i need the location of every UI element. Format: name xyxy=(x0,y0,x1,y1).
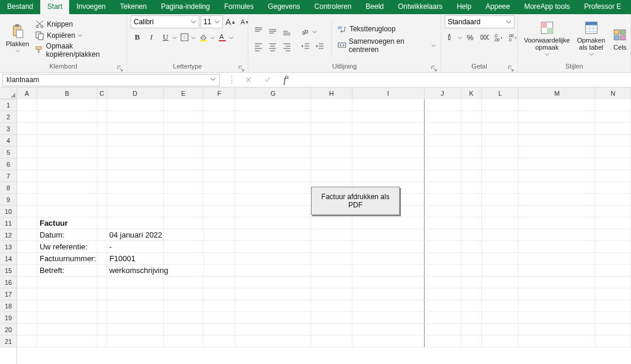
tab-start[interactable]: Start xyxy=(40,0,69,14)
cell-J15[interactable] xyxy=(425,265,461,277)
cell-I19[interactable] xyxy=(352,312,425,324)
cell-K3[interactable] xyxy=(461,123,483,135)
cell-K4[interactable] xyxy=(461,135,483,147)
cell-E11[interactable] xyxy=(164,217,204,229)
align-left-button[interactable] xyxy=(252,40,265,53)
cell-H7[interactable] xyxy=(311,170,352,182)
cell-B6[interactable] xyxy=(37,158,98,170)
paste-button[interactable]: Plakken xyxy=(4,22,31,56)
row-header-8[interactable]: 8 xyxy=(0,182,17,194)
row-header-14[interactable]: 14 xyxy=(0,253,17,265)
cell-K19[interactable] xyxy=(461,312,483,324)
cell-M20[interactable] xyxy=(519,324,596,336)
row-header-12[interactable]: 12 xyxy=(0,229,17,241)
cell-M8[interactable] xyxy=(519,182,596,194)
row-header-11[interactable]: 11 xyxy=(0,217,17,229)
cell-A21[interactable] xyxy=(17,336,37,347)
cell-D4[interactable] xyxy=(107,135,164,147)
cell-M10[interactable] xyxy=(519,206,596,217)
cell-H20[interactable] xyxy=(311,324,352,336)
select-all-corner[interactable] xyxy=(0,87,17,99)
chevron-down-icon[interactable] xyxy=(191,32,196,43)
cell-J19[interactable] xyxy=(425,312,461,324)
cell-F3[interactable] xyxy=(203,123,235,135)
cell-H13[interactable] xyxy=(311,241,352,253)
cell-G18[interactable] xyxy=(235,300,311,312)
cell-M12[interactable] xyxy=(519,229,596,241)
cell-L18[interactable] xyxy=(482,300,519,312)
cell-C12[interactable] xyxy=(98,229,107,241)
cell-C14[interactable] xyxy=(98,253,107,265)
cell-M4[interactable] xyxy=(519,135,596,147)
cell-G6[interactable] xyxy=(235,158,311,170)
cell-B16[interactable] xyxy=(37,277,98,288)
cell-G20[interactable] xyxy=(235,324,311,336)
cell-L7[interactable] xyxy=(482,170,519,182)
cell-C9[interactable] xyxy=(98,194,107,206)
cell-B19[interactable] xyxy=(37,312,98,324)
cell-H2[interactable] xyxy=(311,111,352,123)
cell-F18[interactable] xyxy=(203,300,235,312)
column-header-A[interactable]: A xyxy=(17,87,37,99)
cell-A9[interactable] xyxy=(17,194,37,206)
cell-D19[interactable] xyxy=(107,312,164,324)
column-header-D[interactable]: D xyxy=(107,87,164,99)
cell-A6[interactable] xyxy=(17,158,37,170)
column-header-J[interactable]: J xyxy=(425,87,461,99)
cell-E14[interactable] xyxy=(164,253,204,265)
cell-E18[interactable] xyxy=(164,300,204,312)
cell-M16[interactable] xyxy=(519,277,596,288)
name-box[interactable]: klantnaam xyxy=(2,74,220,86)
cell-H12[interactable] xyxy=(311,229,352,241)
decrease-decimal-button[interactable]: .00.0 xyxy=(506,31,519,44)
cell-M15[interactable] xyxy=(519,265,596,277)
cell-K16[interactable] xyxy=(461,277,483,288)
cell-H4[interactable] xyxy=(311,135,352,147)
cell-G21[interactable] xyxy=(235,336,311,347)
cell-G9[interactable] xyxy=(235,194,311,206)
cell-D15[interactable]: werkomschrijving xyxy=(107,265,164,277)
cell-I18[interactable] xyxy=(352,300,425,312)
cell-M11[interactable] xyxy=(519,217,596,229)
cell-F11[interactable] xyxy=(203,217,235,229)
format-as-table-button[interactable]: Opmaken als tabel xyxy=(575,19,608,59)
bold-button[interactable]: B xyxy=(131,31,144,44)
cell-G3[interactable] xyxy=(235,123,311,135)
chevron-down-icon[interactable] xyxy=(210,76,216,84)
cell-styles-button[interactable]: Cels xyxy=(610,26,630,52)
cell-N3[interactable] xyxy=(596,123,631,135)
row-header-21[interactable]: 21 xyxy=(0,336,17,347)
column-header-G[interactable]: G xyxy=(235,87,311,99)
cell-J5[interactable] xyxy=(425,147,461,158)
cell-M13[interactable] xyxy=(519,241,596,253)
dialog-launcher-icon[interactable] xyxy=(238,66,244,72)
cell-L12[interactable] xyxy=(483,229,519,241)
wrap-text-button[interactable]: ab Tekstterugloop xyxy=(336,24,437,34)
cell-K18[interactable] xyxy=(461,300,483,312)
cell-E20[interactable] xyxy=(164,324,204,336)
font-size-combo[interactable]: 11 xyxy=(200,15,223,28)
tab-beeld[interactable]: Beeld xyxy=(358,0,391,14)
column-header-F[interactable]: F xyxy=(203,87,235,99)
cell-B14[interactable]: Factuurnummer: xyxy=(37,253,98,265)
underline-button[interactable]: U xyxy=(159,31,172,44)
cell-F21[interactable] xyxy=(203,336,235,347)
row-header-5[interactable]: 5 xyxy=(0,147,17,158)
cell-H3[interactable] xyxy=(311,123,352,135)
cell-D9[interactable] xyxy=(107,194,164,206)
cell-G1[interactable] xyxy=(235,99,311,111)
cell-N17[interactable] xyxy=(596,288,631,300)
cell-J16[interactable] xyxy=(425,277,461,288)
format-painter-button[interactable]: Opmaak kopiëren/plakken xyxy=(34,41,123,59)
cell-A8[interactable] xyxy=(17,182,37,194)
cell-A19[interactable] xyxy=(17,312,37,324)
cell-N1[interactable] xyxy=(596,99,631,111)
cell-B17[interactable] xyxy=(37,288,98,300)
cell-L2[interactable] xyxy=(482,111,519,123)
merge-center-button[interactable]: Samenvoegen en centreren xyxy=(336,37,437,54)
cell-J13[interactable] xyxy=(425,241,461,253)
cell-D10[interactable] xyxy=(107,206,164,217)
cell-K15[interactable] xyxy=(461,265,483,277)
accounting-format-button[interactable]: ₿ xyxy=(445,31,458,44)
cell-C21[interactable] xyxy=(98,336,107,347)
